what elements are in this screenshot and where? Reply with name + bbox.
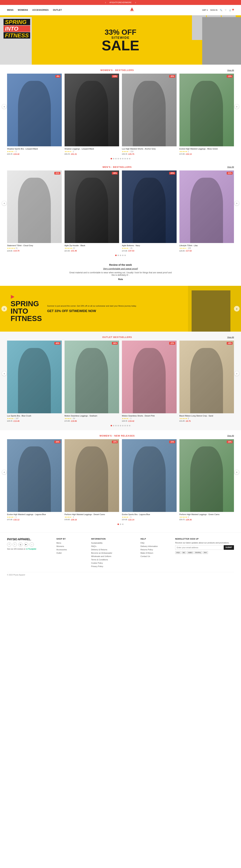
sign-in-link[interactable]: SIGN IN xyxy=(210,9,217,11)
carousel-dot[interactable] xyxy=(129,158,130,159)
footer-link[interactable]: Contact Us xyxy=(140,555,150,557)
footer-link[interactable]: FAQ's xyxy=(91,545,96,547)
instagram-icon[interactable]: ig xyxy=(18,542,23,547)
womens-bestsellers-viewall[interactable]: View All xyxy=(227,69,234,71)
youtube-icon[interactable]: ▶ xyxy=(24,542,28,547)
spring-banner-prev[interactable]: ‹ xyxy=(1,306,7,312)
outlet-carousel-next[interactable]: › xyxy=(234,371,239,376)
carousel-dot[interactable] xyxy=(120,158,121,159)
footer-link[interactable]: Outlet xyxy=(56,552,61,554)
footer-link[interactable]: Privacy Policy xyxy=(91,565,103,567)
mens-carousel-prev[interactable]: ‹ xyxy=(2,201,7,206)
prev-announcement-btn[interactable]: ‹ xyxy=(105,1,106,4)
spring-banner-next[interactable]: › xyxy=(234,306,240,312)
footer-link[interactable]: Womens xyxy=(56,545,64,547)
product-card[interactable]: -13% Shadow Leggings - Leopard Black ★★★… xyxy=(64,73,119,156)
carousel-dot[interactable] xyxy=(115,255,117,256)
carousel-dot[interactable] xyxy=(117,425,119,426)
womens-carousel-next[interactable]: › xyxy=(234,104,239,109)
product-image: -56% xyxy=(64,341,119,413)
footer-link[interactable]: Become an Ambassador xyxy=(91,552,112,554)
nav-logo[interactable] xyxy=(129,7,135,13)
carousel-dot[interactable] xyxy=(120,524,121,525)
product-card[interactable]: -51% Lifestyle TShirt - Lilac ★★★★☆ 109 … xyxy=(180,170,234,253)
product-card[interactable]: -30% Lux High Waisted Shorts - Anchor Gr… xyxy=(122,73,177,156)
carousel-dot[interactable] xyxy=(113,425,114,426)
carousel-dot[interactable] xyxy=(127,158,128,159)
twitter-icon[interactable]: t xyxy=(13,542,17,547)
womens-bestsellers-dots xyxy=(0,156,241,161)
carousel-dot[interactable] xyxy=(120,255,121,256)
search-icon[interactable]: 🔍 xyxy=(220,9,222,11)
nav-links: MENS WOMENS ACCESSORIES OUTLET xyxy=(7,9,62,11)
product-card[interactable]: -22% Motion Seamless Shorts - Desert Pin… xyxy=(122,341,177,423)
wishlist-icon[interactable]: ♡ xyxy=(225,9,226,11)
currency-selector[interactable]: GBP ▾ xyxy=(202,9,208,11)
footer-link[interactable]: Mens xyxy=(56,542,61,544)
facebook-icon[interactable]: f xyxy=(7,542,11,547)
product-card[interactable]: -49% Black Ribbon Long Sleeve Crop - San… xyxy=(180,341,234,423)
nav-womens[interactable]: WOMENS xyxy=(18,9,28,11)
new-releases-carousel-prev[interactable]: ‹ xyxy=(2,470,7,474)
product-image: -33% xyxy=(180,439,234,512)
nav-mens[interactable]: MENS xyxy=(7,9,14,11)
nav-outlet[interactable]: OUTLET xyxy=(53,9,62,11)
product-card[interactable]: -20% Agile Bottoms - Navy ★★★★☆ 41 £44.9… xyxy=(122,170,177,253)
footer-link[interactable]: Wholesale and Uniform xyxy=(91,555,111,557)
cart-icon[interactable]: 🛒 0 xyxy=(229,9,234,11)
nav-accessories[interactable]: ACCESSORIES xyxy=(32,9,49,11)
carousel-dot[interactable] xyxy=(122,524,124,525)
footer-link[interactable]: Terms & Conditions xyxy=(91,559,108,561)
outlet-viewall[interactable]: View All xyxy=(227,336,234,338)
footer-shop-links: MensWomensAccessoriesOutlet xyxy=(56,542,86,554)
footer-link[interactable]: Returns Policy xyxy=(140,549,153,551)
carousel-dot[interactable] xyxy=(122,425,124,426)
carousel-dot[interactable] xyxy=(117,158,119,159)
footer-link[interactable]: Delivery Information xyxy=(140,545,158,547)
new-releases-carousel-next[interactable]: › xyxy=(234,470,239,474)
tiktok-icon[interactable]: ♪ xyxy=(30,542,34,547)
footer-link[interactable]: FAQ xyxy=(140,542,144,544)
womens-new-releases-viewall[interactable]: View All xyxy=(227,435,234,437)
product-card[interactable]: -33% Perform High Waisted Leggings - Des… xyxy=(64,439,119,521)
footer-link[interactable]: Accessories xyxy=(56,549,67,551)
mens-carousel-next[interactable]: › xyxy=(234,201,239,206)
product-name: Shadow Sports Bra - Leopard Black xyxy=(7,148,62,150)
sale-price: £31.46 xyxy=(71,250,77,252)
product-card[interactable]: -33% Evolve High Waisted Leggings - Lagu… xyxy=(7,439,62,521)
carousel-dot[interactable] xyxy=(124,425,126,426)
footer-link[interactable]: Make A Return xyxy=(140,552,153,554)
carousel-dot[interactable] xyxy=(127,425,128,426)
carousel-dot[interactable] xyxy=(111,425,112,426)
mens-bestsellers-viewall[interactable]: View All xyxy=(227,166,234,168)
newsletter-email-input[interactable] xyxy=(175,545,223,550)
product-card[interactable]: -33% Perform High Waisted Leggings - Gre… xyxy=(180,439,234,521)
womens-carousel-prev[interactable]: ‹ xyxy=(2,104,7,109)
carousel-dot[interactable] xyxy=(117,255,119,256)
carousel-dot[interactable] xyxy=(124,158,126,159)
carousel-dot[interactable] xyxy=(115,425,117,426)
carousel-dot[interactable] xyxy=(122,255,124,256)
carousel-dot[interactable] xyxy=(113,158,114,159)
carousel-dot[interactable] xyxy=(122,158,124,159)
product-card[interactable]: -51% Statement TShirt - Cloud Grey ★★★★★… xyxy=(7,170,62,253)
newsletter-submit-btn[interactable]: SUBMIT xyxy=(224,545,234,550)
carousel-dot[interactable] xyxy=(111,158,112,159)
outlet-carousel-prev[interactable]: ‹ xyxy=(2,371,7,376)
product-card[interactable]: -10% Evolve High Waisted Leggings - Moss… xyxy=(180,73,234,156)
footer-link[interactable]: Delivery & Returns xyxy=(91,549,107,551)
product-card[interactable]: -56% Motion Seamless Leggings - Seafoam … xyxy=(64,341,119,423)
product-card[interactable]: -40% Lux Sports Bra - Blue Crush ★★★★☆ 1… xyxy=(7,341,62,423)
footer-link[interactable]: Sustainability xyxy=(91,542,103,544)
product-card[interactable]: -30% Agile Zip Hoodie - Black ★★★★★ 22 £… xyxy=(64,170,119,253)
carousel-dot[interactable] xyxy=(129,425,130,426)
product-card[interactable]: -8% Shadow Sports Bra - Leopard Black ★★… xyxy=(7,73,62,156)
carousel-dot[interactable] xyxy=(115,158,117,159)
original-price: £26.45 xyxy=(7,153,12,155)
product-card[interactable]: -33% Evolve Sports Bra - Laguna Blue ★★★… xyxy=(122,439,177,521)
next-announcement-btn[interactable]: › xyxy=(135,1,136,4)
carousel-dot[interactable] xyxy=(124,255,126,256)
footer-link[interactable]: Cookie Policy xyxy=(91,562,103,564)
carousel-dot[interactable] xyxy=(117,524,119,525)
carousel-dot[interactable] xyxy=(120,425,121,426)
